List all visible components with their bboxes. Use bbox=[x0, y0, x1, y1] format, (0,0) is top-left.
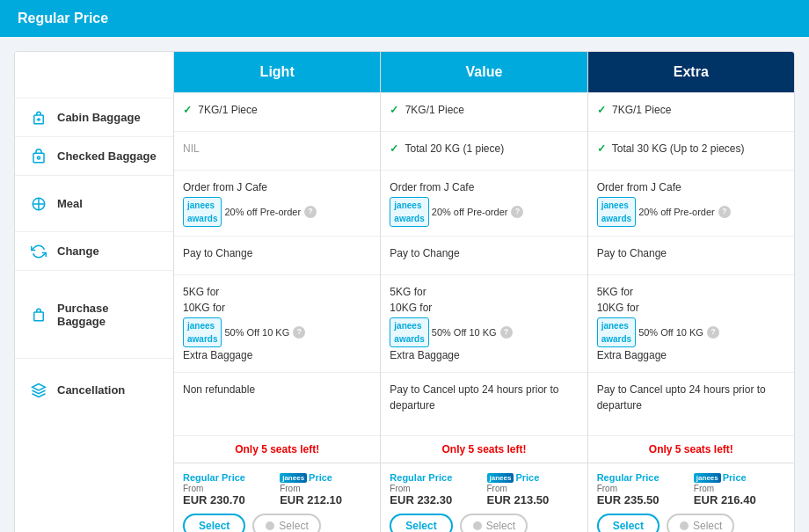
extra-purchase: 5KG for 10KG for janeesawards 50% Off 10… bbox=[588, 274, 794, 372]
svg-point-8 bbox=[473, 521, 482, 530]
change-icon bbox=[29, 242, 48, 261]
meal-help-icon-extra[interactable]: ? bbox=[718, 206, 731, 218]
page-header: Regular Price bbox=[0, 0, 809, 37]
cancel-icon bbox=[29, 381, 48, 400]
change-label: Change bbox=[15, 231, 173, 270]
value-purchase: 5KG for 10KG for janeesawards 50% Off 10… bbox=[381, 274, 587, 372]
purchase-baggage-label: Purchase Baggage bbox=[15, 270, 173, 358]
value-meal: Order from J Cafe janeesawards 20% off P… bbox=[381, 170, 587, 236]
plan-extra: Extra ✓ 7KG/1 Piece ✓ Total 30 KG (Up to… bbox=[587, 52, 794, 532]
extra-cabin: ✓ 7KG/1 Piece bbox=[588, 92, 794, 131]
svg-point-7 bbox=[266, 521, 274, 530]
extra-seats-left: Only 5 seats left! bbox=[588, 435, 794, 463]
meal-help-icon-light[interactable]: ? bbox=[304, 206, 317, 218]
meal-help-icon-value[interactable]: ? bbox=[511, 206, 523, 218]
purchase-help-icon-value[interactable]: ? bbox=[500, 326, 513, 339]
light-meal: Order from J Cafe janeesawards 20% off P… bbox=[174, 170, 380, 236]
light-change: Pay to Change bbox=[174, 236, 380, 274]
light-cabin: ✓ 7KG/1 Piece bbox=[174, 92, 380, 131]
cabin-baggage-label: Cabin Baggage bbox=[15, 98, 173, 136]
light-purchase: 5KG for 10KG for janeesawards 50% Off 10… bbox=[174, 274, 380, 372]
extra-meal: Order from J Cafe janeesawards 20% off P… bbox=[588, 170, 794, 236]
light-seats-left: Only 5 seats left! bbox=[174, 435, 380, 463]
value-cancellation: Pay to Cancel upto 24 hours prior to dep… bbox=[381, 372, 587, 435]
svg-point-4 bbox=[38, 157, 40, 159]
extra-cancellation: Pay to Cancel upto 24 hours prior to dep… bbox=[588, 372, 794, 435]
value-checked: ✓ Total 20 KG (1 piece) bbox=[381, 131, 587, 170]
purchase-icon bbox=[29, 305, 48, 324]
light-cancellation: Non refundable bbox=[174, 372, 380, 435]
extra-select-regular-button[interactable]: Select bbox=[597, 514, 660, 532]
light-select-jameel-button: Select bbox=[252, 514, 320, 532]
cabin-icon bbox=[29, 108, 48, 128]
svg-rect-3 bbox=[33, 153, 44, 163]
plan-light-header: Light bbox=[174, 52, 380, 92]
extra-change: Pay to Change bbox=[588, 236, 794, 274]
meal-icon bbox=[29, 194, 48, 214]
value-select-regular-button[interactable]: Select bbox=[390, 514, 452, 532]
svg-point-9 bbox=[680, 521, 689, 530]
value-select-jameel-button: Select bbox=[460, 514, 528, 532]
extra-select-jameel-button: Select bbox=[667, 514, 734, 532]
purchase-help-icon-light[interactable]: ? bbox=[293, 326, 305, 339]
value-regular-price: Regular Price From EUR 232.30 bbox=[390, 472, 481, 506]
value-change: Pay to Change bbox=[381, 236, 587, 274]
value-cabin: ✓ 7KG/1 Piece bbox=[381, 92, 587, 131]
value-pricing: Regular Price From EUR 232.30 janees Pri… bbox=[381, 463, 587, 532]
light-select-regular-button[interactable]: Select bbox=[183, 514, 245, 532]
checked-baggage-label: Checked Baggage bbox=[15, 136, 173, 175]
light-checked: NIL bbox=[174, 131, 380, 170]
extra-regular-price: Regular Price From EUR 235.50 bbox=[597, 472, 689, 506]
purchase-help-icon-extra[interactable]: ? bbox=[707, 326, 719, 339]
value-seats-left: Only 5 seats left! bbox=[381, 435, 587, 463]
plan-value: Value ✓ 7KG/1 Piece ✓ Total 20 KG (1 pie… bbox=[380, 52, 587, 532]
light-pricing: Regular Price From EUR 230.70 janees Pri… bbox=[174, 463, 380, 532]
svg-rect-6 bbox=[34, 312, 44, 321]
extra-jameel-price: janees Price From EUR 216.40 bbox=[694, 472, 785, 506]
cancellation-label: Cancellation bbox=[15, 358, 173, 421]
meal-label: Meal bbox=[15, 175, 173, 231]
plan-value-header: Value bbox=[381, 52, 587, 92]
extra-pricing: Regular Price From EUR 235.50 janees Pri… bbox=[588, 463, 794, 532]
row-headers: Cabin Baggage Checked Baggage bbox=[15, 52, 173, 532]
value-jameel-price: janees Price From EUR 213.50 bbox=[487, 472, 579, 506]
extra-checked: ✓ Total 30 KG (Up to 2 pieces) bbox=[588, 131, 794, 170]
plan-extra-header: Extra bbox=[588, 52, 794, 92]
light-jameel-price: janees Price From EUR 212.10 bbox=[280, 472, 371, 506]
plan-light: Light ✓ 7KG/1 Piece NIL Order from J Caf… bbox=[173, 52, 380, 532]
light-regular-price: Regular Price From EUR 230.70 bbox=[183, 472, 274, 506]
checked-icon bbox=[29, 147, 48, 166]
